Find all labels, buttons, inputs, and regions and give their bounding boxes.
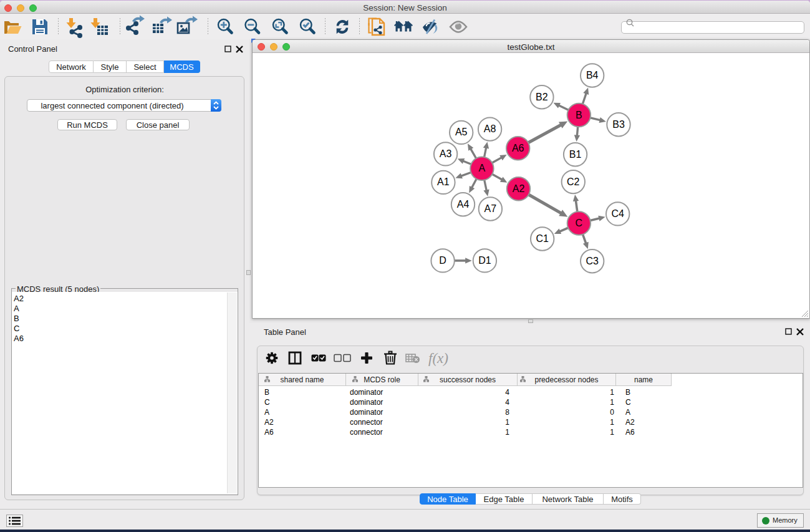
svg-text:A1: A1	[437, 177, 450, 187]
svg-text:f(x): f(x)	[428, 351, 448, 366]
svg-text:A6: A6	[512, 143, 524, 153]
svg-text:B3: B3	[612, 119, 625, 130]
svg-text:C3: C3	[586, 256, 599, 266]
svg-text:A5: A5	[455, 127, 468, 137]
svg-text:A7: A7	[485, 203, 497, 214]
svg-text:B: B	[576, 110, 582, 120]
svg-text:B1: B1	[569, 149, 582, 160]
svg-text:B4: B4	[586, 70, 599, 80]
svg-text:D1: D1	[478, 255, 491, 266]
svg-text:B2: B2	[536, 92, 548, 102]
svg-text:A4: A4	[457, 199, 470, 210]
svg-text:A2: A2	[513, 183, 525, 194]
svg-text:A3: A3	[440, 148, 452, 159]
svg-text:A: A	[479, 163, 486, 173]
svg-text:C2: C2	[567, 177, 580, 187]
svg-text:C: C	[576, 218, 583, 228]
svg-text:C4: C4	[611, 208, 624, 219]
svg-text:C1: C1	[536, 233, 549, 244]
svg-text:D: D	[439, 255, 446, 266]
svg-text:A8: A8	[484, 123, 496, 134]
